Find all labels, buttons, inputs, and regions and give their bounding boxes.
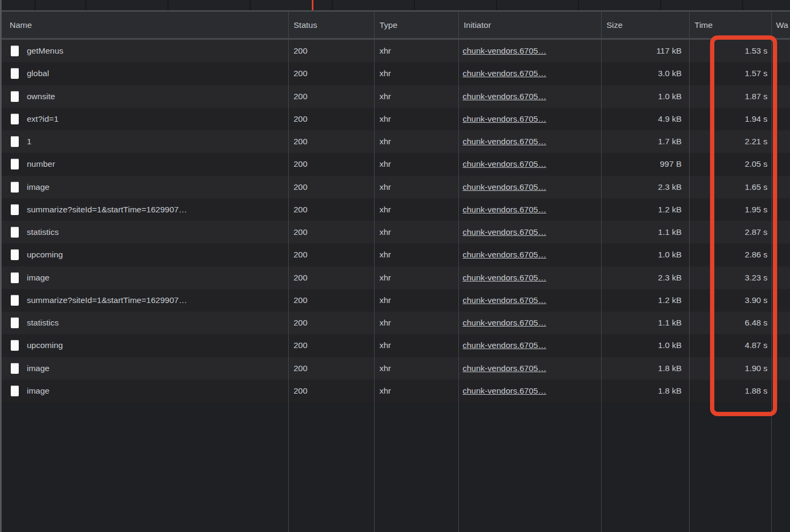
initiator-link[interactable]: chunk-vendors.6705… — [463, 250, 546, 259]
request-name: 1 — [27, 137, 32, 146]
table-row[interactable]: image 200 xhr chunk-vendors.6705… 1.8 kB… — [0, 380, 790, 402]
request-type: xhr — [374, 114, 458, 124]
request-status: 200 — [288, 250, 374, 260]
column-resize-handle[interactable] — [288, 10, 289, 532]
table-row[interactable]: summarize?siteId=1&startTime=1629907… 20… — [0, 289, 790, 312]
initiator-link[interactable]: chunk-vendors.6705… — [463, 114, 546, 123]
table-row[interactable]: getMenus 200 xhr chunk-vendors.6705… 117… — [0, 40, 790, 62]
request-time: 2.05 s — [689, 159, 771, 169]
initiator-link[interactable]: chunk-vendors.6705… — [463, 227, 546, 237]
request-type: xhr — [374, 92, 458, 101]
request-size: 1.7 kB — [601, 137, 689, 146]
request-type: xhr — [374, 227, 458, 237]
panel-left-edge — [0, 0, 2, 532]
table-row[interactable]: summarize?siteId=1&startTime=1629907… 20… — [0, 198, 790, 221]
timeline-ruler[interactable] — [0, 0, 790, 10]
column-resize-handle[interactable] — [771, 10, 772, 532]
request-status: 200 — [288, 318, 374, 328]
table-row[interactable]: image 200 xhr chunk-vendors.6705… 1.8 kB… — [0, 357, 790, 380]
request-size: 1.8 kB — [601, 364, 689, 373]
initiator-link[interactable]: chunk-vendors.6705… — [463, 137, 546, 146]
initiator-link[interactable]: chunk-vendors.6705… — [463, 205, 546, 214]
initiator-link[interactable]: chunk-vendors.6705… — [463, 341, 546, 350]
request-time: 1.57 s — [689, 69, 771, 78]
file-icon — [11, 114, 19, 124]
initiator-link[interactable]: chunk-vendors.6705… — [463, 386, 546, 395]
file-icon — [11, 227, 19, 238]
file-icon — [11, 91, 19, 102]
request-status: 200 — [288, 92, 374, 101]
table-row[interactable]: image 200 xhr chunk-vendors.6705… 2.3 kB… — [0, 267, 790, 289]
column-header-type[interactable]: Type — [374, 20, 458, 30]
column-header-name[interactable]: Name — [0, 20, 288, 30]
initiator-link[interactable]: chunk-vendors.6705… — [463, 273, 546, 282]
column-resize-handle[interactable] — [374, 10, 375, 532]
file-icon — [11, 340, 19, 351]
request-size: 1.1 kB — [601, 318, 689, 328]
initiator-link[interactable]: chunk-vendors.6705… — [463, 364, 546, 373]
initiator-link[interactable]: chunk-vendors.6705… — [463, 182, 546, 191]
request-size: 1.0 kB — [601, 92, 689, 101]
column-resize-handle[interactable] — [458, 10, 459, 532]
request-size: 1.2 kB — [601, 205, 689, 215]
request-time: 1.94 s — [689, 114, 771, 124]
request-size: 1.2 kB — [601, 295, 689, 305]
column-header-time[interactable]: Time — [689, 20, 771, 30]
table-row[interactable]: upcoming 200 xhr chunk-vendors.6705… 1.0… — [0, 243, 790, 266]
request-type: xhr — [374, 295, 458, 305]
table-row[interactable]: 1 200 xhr chunk-vendors.6705… 1.7 kB 2.2… — [0, 130, 790, 153]
request-status: 200 — [288, 137, 374, 146]
request-type: xhr — [374, 182, 458, 192]
request-time: 6.48 s — [689, 318, 771, 328]
table-row[interactable]: ownsite 200 xhr chunk-vendors.6705… 1.0 … — [0, 85, 790, 108]
file-icon — [11, 386, 19, 396]
table-row[interactable]: number 200 xhr chunk-vendors.6705… 997 B… — [0, 153, 790, 175]
table-row[interactable]: image 200 xhr chunk-vendors.6705… 2.3 kB… — [0, 176, 790, 198]
request-status: 200 — [288, 159, 374, 169]
request-time: 4.87 s — [689, 341, 771, 350]
request-name: image — [27, 182, 49, 192]
file-icon — [11, 363, 19, 374]
request-type: xhr — [374, 69, 458, 78]
network-panel: Name Status Type Initiator Size Time Wa … — [0, 0, 790, 532]
request-size: 2.3 kB — [601, 273, 689, 283]
request-time: 1.95 s — [689, 205, 771, 215]
table-row[interactable]: statistics 200 xhr chunk-vendors.6705… 1… — [0, 312, 790, 334]
initiator-link[interactable]: chunk-vendors.6705… — [463, 92, 546, 101]
request-type: xhr — [374, 273, 458, 283]
initiator-link[interactable]: chunk-vendors.6705… — [463, 69, 546, 78]
request-time: 3.23 s — [689, 273, 771, 283]
initiator-link[interactable]: chunk-vendors.6705… — [463, 318, 546, 327]
request-size: 4.9 kB — [601, 114, 689, 124]
request-name: image — [27, 273, 49, 283]
request-size: 1.0 kB — [601, 341, 689, 350]
request-table: getMenus 200 xhr chunk-vendors.6705… 117… — [0, 40, 790, 402]
table-row[interactable]: upcoming 200 xhr chunk-vendors.6705… 1.0… — [0, 334, 790, 357]
request-name: statistics — [27, 227, 58, 237]
request-type: xhr — [374, 137, 458, 146]
request-name: global — [27, 69, 49, 78]
request-name: statistics — [27, 318, 58, 328]
request-status: 200 — [288, 182, 374, 192]
request-status: 200 — [288, 364, 374, 373]
initiator-link[interactable]: chunk-vendors.6705… — [463, 159, 546, 168]
request-type: xhr — [374, 364, 458, 373]
column-resize-handle[interactable] — [689, 10, 690, 532]
column-resize-handle[interactable] — [601, 10, 602, 532]
request-name: number — [27, 159, 55, 169]
column-header-initiator[interactable]: Initiator — [458, 20, 601, 30]
request-status: 200 — [288, 386, 374, 396]
initiator-link[interactable]: chunk-vendors.6705… — [463, 295, 546, 305]
column-header-waterfall[interactable]: Wa — [771, 20, 790, 30]
file-icon — [11, 159, 19, 169]
column-header-size[interactable]: Size — [601, 20, 689, 30]
table-row[interactable]: global 200 xhr chunk-vendors.6705… 3.0 k… — [0, 62, 790, 85]
file-icon — [11, 46, 19, 56]
request-name: summarize?siteId=1&startTime=1629907… — [27, 205, 187, 215]
request-name: summarize?siteId=1&startTime=1629907… — [27, 295, 187, 305]
initiator-link[interactable]: chunk-vendors.6705… — [463, 46, 546, 55]
request-status: 200 — [288, 295, 374, 305]
table-row[interactable]: ext?id=1 200 xhr chunk-vendors.6705… 4.9… — [0, 108, 790, 130]
table-row[interactable]: statistics 200 xhr chunk-vendors.6705… 1… — [0, 221, 790, 243]
column-header-status[interactable]: Status — [288, 20, 374, 30]
